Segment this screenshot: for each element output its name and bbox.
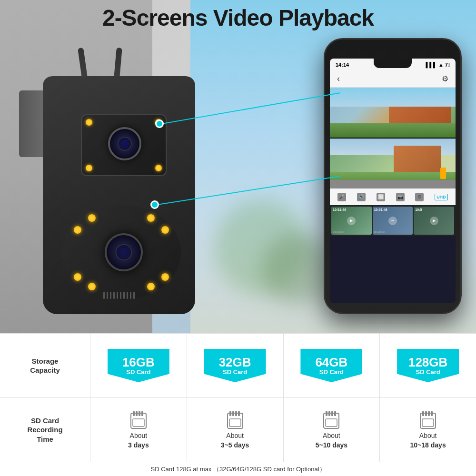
svg-rect-3 (133, 411, 135, 416)
phone-container: 14:14 ▌▌▌ ▲ 7⃣ ‹ ⚙ (324, 38, 462, 314)
thumb-play-btn-1[interactable]: ▶ (347, 217, 356, 225)
storage-cell-32gb: 32GB SD Card (187, 334, 284, 397)
record-icon[interactable]: ⬜ (377, 193, 385, 201)
rec-about-2: About (226, 432, 244, 439)
mic-icon[interactable]: 🎤 (337, 193, 346, 201)
storage-badge-128gb: 128GB SD Card (397, 349, 459, 382)
rec-about-4: About (419, 432, 437, 439)
speaker-icon[interactable]: 🔊 (357, 193, 366, 201)
upper-light-3 (86, 165, 92, 171)
recording-label-text: SD CardRecordingTime (27, 416, 62, 444)
svg-rect-5 (139, 411, 140, 416)
footer-note: SD Card 128G at max （32G/64G/128G SD car… (0, 462, 476, 476)
page-title: 2-Screens Video Playback (0, 5, 476, 31)
specs-section: StorageCapacity 16GB SD Card 32GB SD Car… (0, 333, 476, 476)
lower-light-7 (147, 283, 155, 290)
thumb-time-2: 10:51:48 (374, 208, 387, 211)
camera-feed-2 (330, 139, 456, 188)
camera-body (43, 76, 195, 314)
phone-body: 14:14 ▌▌▌ ▲ 7⃣ ‹ ⚙ (324, 38, 462, 314)
camera-feed-1 (330, 88, 456, 138)
recording-cell-3days: About 3 days (90, 398, 187, 462)
sd-card-icon-1 (129, 409, 148, 430)
lower-light-5 (74, 273, 81, 281)
svg-rect-6 (141, 411, 143, 416)
lower-light-6 (88, 283, 96, 290)
svg-rect-17 (331, 411, 333, 416)
recording-cell-35days: About 3~5 days (187, 398, 284, 462)
sd-card-icon-3 (322, 409, 341, 430)
thumbnail-1[interactable]: 10:51:48 ▶ playback (331, 207, 372, 235)
thumbnail-strip: 10:51:48 ▶ playback 10:51:48 ↩ playback … (330, 205, 456, 236)
rec-days-2: 3~5 days (221, 441, 249, 449)
upper-lens (108, 127, 141, 160)
storage-type-32gb: SD Card (223, 368, 247, 376)
thumb-label-2: playback (374, 230, 386, 233)
storage-size-128gb: 128GB (408, 356, 447, 368)
upper-light-1 (86, 119, 92, 126)
street (330, 180, 456, 188)
svg-rect-25 (422, 419, 434, 426)
snapshot-icon[interactable]: 📷 (396, 193, 405, 201)
footer-note-text: SD Card 128G at max （32G/64G/128G SD car… (150, 465, 325, 474)
thumb-time-1: 10:51:48 (333, 208, 346, 211)
storage-label-text: StorageCapacity (30, 357, 60, 375)
thumb-play-btn-3[interactable]: ▶ (430, 217, 438, 225)
svg-rect-12 (238, 411, 240, 416)
uhd-badge: UHD (435, 194, 448, 200)
storage-cell-64gb: 64GB SD Card (284, 334, 380, 397)
thumb-play-btn-2[interactable]: ↩ (388, 217, 397, 225)
upper-lens-module (81, 114, 167, 176)
thumb-time-3: 10:5 (415, 208, 422, 211)
lower-dot-indicator (150, 200, 159, 209)
rec-days-4: 10~18 days (410, 441, 446, 449)
lower-light-2 (88, 214, 96, 222)
phone-nav-bar: ‹ ⚙ (330, 70, 456, 88)
svg-rect-7 (133, 419, 144, 426)
storage-cell-128gb: 128GB SD Card (380, 334, 476, 397)
storage-table: StorageCapacity 16GB SD Card 32GB SD Car… (0, 334, 476, 462)
svg-rect-15 (326, 411, 327, 416)
rec-about-1: About (130, 432, 148, 439)
storage-size-32gb: 32GB (219, 356, 251, 368)
rec-about-3: About (323, 432, 340, 439)
storage-size-16gb: 16GB (122, 356, 155, 368)
recording-cell-1018days: About 10~18 days (380, 398, 476, 462)
speaker-grille (81, 290, 157, 300)
svg-rect-11 (235, 411, 237, 416)
storage-data-cells: 16GB SD Card 32GB SD Card 64GB SD Card (90, 334, 476, 397)
storage-type-64gb: SD Card (319, 368, 344, 376)
lower-lens (105, 233, 143, 271)
svg-rect-21 (422, 411, 424, 416)
svg-rect-9 (229, 411, 231, 416)
storage-type-128gb: SD Card (416, 368, 440, 376)
lower-ptz-module (62, 205, 181, 300)
phone-controls-bar: 🎤 🔊 ⬜ 📷 ⚙ UHD (330, 188, 456, 205)
lower-light-3 (147, 214, 155, 222)
storage-badge-64gb: 64GB SD Card (300, 349, 362, 382)
svg-rect-19 (326, 419, 337, 426)
thumb-label-1: playback (333, 230, 344, 233)
phone-screen: 14:14 ▌▌▌ ▲ 7⃣ ‹ ⚙ (330, 59, 456, 303)
rec-days-1: 3 days (128, 441, 149, 449)
storage-cell-16gb: 16GB SD Card (90, 334, 187, 397)
rec-time-2: About 3~5 days (221, 431, 249, 450)
svg-rect-22 (425, 411, 427, 416)
rec-days-3: 5~10 days (316, 441, 347, 449)
upper-dot-indicator (155, 119, 164, 128)
phone-settings-icon[interactable]: ⚙ (442, 74, 448, 83)
thumbnail-3[interactable]: 10:5 ▶ (414, 207, 454, 235)
lower-light-4 (161, 226, 169, 234)
sd-card-icon-2 (226, 409, 245, 430)
thumbnail-2[interactable]: 10:51:48 ↩ playback (373, 207, 413, 235)
settings-ctrl-icon[interactable]: ⚙ (415, 193, 424, 201)
rec-time-4: About 10~18 days (410, 431, 446, 450)
upper-light-4 (155, 165, 162, 171)
storage-type-16gb: SD Card (126, 368, 150, 376)
storage-size-64gb: 64GB (315, 356, 347, 368)
storage-badge-32gb: 32GB SD Card (204, 349, 266, 382)
svg-rect-18 (334, 411, 336, 416)
phone-back-button[interactable]: ‹ (337, 74, 340, 84)
svg-rect-24 (431, 411, 433, 416)
sky-1 (330, 88, 456, 107)
